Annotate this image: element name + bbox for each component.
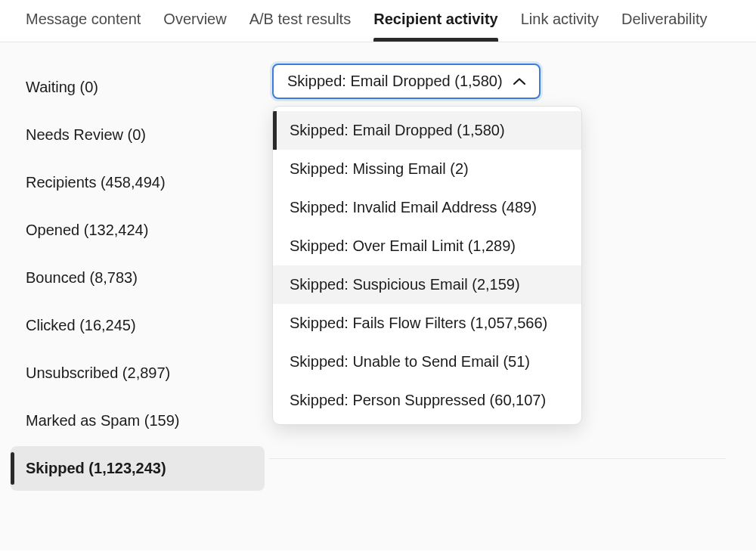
recipient-email-link[interactable]: truongbrandin@gmail.co	[295, 442, 443, 457]
tab-bar: Message content Overview A/B test result…	[0, 0, 756, 42]
dropdown-option-label: Skipped: Missing Email (2)	[290, 160, 469, 177]
tab-label: Overview	[163, 11, 226, 27]
sidebar-item-marked-as-spam[interactable]: Marked as Spam (159)	[11, 398, 265, 443]
tab-label: Link activity	[521, 11, 599, 27]
dropdown-option-email-dropped[interactable]: Skipped: Email Dropped (1,580)	[273, 111, 581, 150]
sidebar-item-recipients[interactable]: Recipients (458,494)	[11, 160, 265, 205]
tab-deliverability[interactable]: Deliverability	[621, 11, 707, 42]
dropdown-option-person-suppressed[interactable]: Skipped: Person Suppressed (60,107)	[273, 381, 581, 420]
chevron-up-icon	[513, 78, 525, 85]
tab-label: Recipient activity	[373, 11, 498, 27]
sidebar-item-bounced[interactable]: Bounced (8,783)	[11, 256, 265, 300]
dropdown-trigger[interactable]: Skipped: Email Dropped (1,580)	[272, 64, 541, 99]
dropdown-option-invalid-email[interactable]: Skipped: Invalid Email Address (489)	[273, 188, 581, 227]
sidebar-item-waiting[interactable]: Waiting (0)	[11, 65, 265, 110]
dropdown-option-suspicious-email[interactable]: Skipped: Suspicious Email (2,159)	[273, 265, 581, 304]
dropdown-option-unable-to-send[interactable]: Skipped: Unable to Send Email (51)	[273, 343, 581, 381]
dropdown-option-over-email-limit[interactable]: Skipped: Over Email Limit (1,289)	[273, 227, 581, 265]
sidebar-item-label: Recipients (458,494)	[26, 174, 166, 191]
skipped-filter-dropdown: Skipped: Email Dropped (1,580) Skipped: …	[272, 64, 541, 99]
row-divider	[269, 458, 726, 459]
tab-message-content[interactable]: Message content	[26, 11, 141, 42]
dropdown-option-missing-email[interactable]: Skipped: Missing Email (2)	[273, 150, 581, 188]
dropdown-option-label: Skipped: Person Suppressed (60,107)	[290, 392, 546, 408]
tab-ab-test-results[interactable]: A/B test results	[249, 11, 352, 42]
sidebar-item-clicked[interactable]: Clicked (16,245)	[11, 303, 265, 348]
sidebar-item-label: Needs Review (0)	[26, 126, 146, 143]
tab-label: Message content	[26, 11, 141, 27]
sidebar-item-label: Waiting (0)	[26, 79, 98, 95]
tab-link-activity[interactable]: Link activity	[521, 11, 599, 42]
sidebar-item-skipped[interactable]: Skipped (1,123,243)	[11, 446, 265, 491]
main-panel: truongbrandin@gmail.co Skipped: Email Dr…	[265, 42, 756, 550]
content-area: Waiting (0) Needs Review (0) Recipients …	[0, 42, 756, 550]
dropdown-option-fails-flow-filters[interactable]: Skipped: Fails Flow Filters (1,057,566)	[273, 304, 581, 343]
tab-recipient-activity[interactable]: Recipient activity	[373, 11, 498, 42]
sidebar-item-unsubscribed[interactable]: Unsubscribed (2,897)	[11, 351, 265, 395]
dropdown-option-label: Skipped: Invalid Email Address (489)	[290, 199, 537, 216]
sidebar-item-label: Clicked (16,245)	[26, 317, 136, 333]
sidebar: Waiting (0) Needs Review (0) Recipients …	[0, 42, 265, 550]
sidebar-item-opened[interactable]: Opened (132,424)	[11, 208, 265, 253]
dropdown-option-label: Skipped: Unable to Send Email (51)	[290, 353, 530, 370]
tab-label: A/B test results	[249, 11, 352, 27]
sidebar-item-label: Bounced (8,783)	[26, 269, 138, 286]
dropdown-option-label: Skipped: Suspicious Email (2,159)	[290, 276, 520, 293]
dropdown-selected-label: Skipped: Email Dropped (1,580)	[287, 73, 503, 90]
sidebar-item-label: Marked as Spam (159)	[26, 412, 179, 429]
sidebar-item-label: Opened (132,424)	[26, 222, 148, 238]
sidebar-item-label: Skipped (1,123,243)	[26, 460, 166, 476]
dropdown-menu: Skipped: Email Dropped (1,580) Skipped: …	[272, 106, 582, 425]
sidebar-item-needs-review[interactable]: Needs Review (0)	[11, 113, 265, 157]
dropdown-option-label: Skipped: Fails Flow Filters (1,057,566)	[290, 315, 547, 331]
sidebar-item-label: Unsubscribed (2,897)	[26, 364, 170, 381]
tab-overview[interactable]: Overview	[163, 11, 226, 42]
dropdown-option-label: Skipped: Over Email Limit (1,289)	[290, 237, 516, 254]
dropdown-option-label: Skipped: Email Dropped (1,580)	[290, 122, 505, 138]
tab-label: Deliverability	[621, 11, 707, 27]
